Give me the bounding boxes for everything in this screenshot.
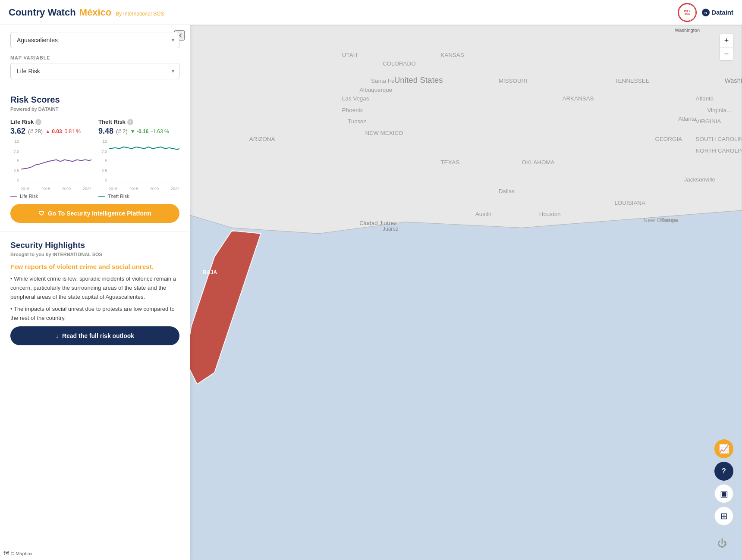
side-panel: ✕ Aguascalientes Baja California Chihuah…	[0, 25, 190, 560]
theft-risk-change: ▼ -0.16	[130, 128, 149, 135]
svg-text:Virginia...: Virginia...	[707, 107, 731, 113]
svg-text:Atlanta: Atlanta	[678, 116, 696, 122]
life-risk-rank: (# 28)	[28, 128, 43, 135]
theft-risk-legend: Theft Risk	[98, 194, 179, 199]
theft-risk-legend-dot	[98, 196, 105, 197]
theft-risk-title: Theft Risk ?	[98, 119, 179, 125]
svg-text:ARIZONA: ARIZONA	[249, 136, 275, 142]
life-risk-card: Life Risk ? 3.62 (# 28) ▲ 0.03 0.81 % 10…	[10, 119, 91, 199]
security-highlights-section: Security Highlights Brought to you by IN…	[0, 232, 190, 354]
zoom-in-button[interactable]: +	[720, 34, 733, 47]
security-btn-icon: 🛡	[38, 210, 44, 217]
svg-text:SOUTH CAROLINA: SOUTH CAROLINA	[696, 136, 742, 142]
grid-icon: ⊞	[720, 511, 728, 521]
app-title: Country Watch	[9, 7, 76, 18]
svg-text:D: D	[704, 11, 707, 15]
highlight-heading: Few reports of violent crime and social …	[10, 263, 179, 270]
life-risk-pct: 0.81 %	[65, 128, 81, 135]
brought-by-label: Brought to you by INTERNATIONAL SOS	[10, 252, 179, 257]
highlight-bullet-2: • The impacts of social unrest due to pr…	[10, 305, 179, 323]
dataint-logo: D Dataint	[702, 9, 733, 16]
intsos-logo: INT'LSOS	[678, 3, 697, 22]
help-icon: ?	[722, 467, 726, 475]
life-risk-chart-area	[21, 139, 91, 182]
theft-risk-value: 9.48	[98, 127, 113, 136]
washington-label: Washington	[675, 28, 700, 33]
life-risk-x-labels: 2016201820202022	[21, 187, 91, 191]
region-selector[interactable]: Aguascalientes Baja California Chihuahua…	[10, 32, 179, 48]
svg-text:Jacksonville: Jacksonville	[684, 176, 715, 183]
life-risk-y-labels: 107.552.50	[10, 139, 19, 182]
svg-text:KANSAS: KANSAS	[440, 52, 464, 58]
header-left: Country Watch México By International SO…	[9, 7, 164, 18]
trend-button[interactable]: 📈	[714, 439, 733, 458]
svg-text:Tampa: Tampa	[661, 217, 679, 223]
map-variable-selector[interactable]: Life Risk Theft Risk Health Risk	[10, 63, 179, 79]
mapbox-logo-icon: 🗺	[3, 550, 9, 557]
life-risk-chart: 107.552.50 2016201820202022	[10, 139, 91, 191]
life-risk-value: 3.62	[10, 127, 25, 136]
svg-text:Atlanta: Atlanta	[696, 95, 714, 102]
security-intelligence-button[interactable]: 🛡 Go To Security Intelligence Platform	[10, 204, 179, 223]
svg-text:Houston: Houston	[539, 211, 561, 217]
read-btn-icon: ↓	[56, 332, 59, 339]
svg-text:GEORGIA: GEORGIA	[655, 136, 682, 142]
life-risk-legend: Life Risk	[10, 194, 91, 199]
app-header: Country Watch México By International SO…	[0, 0, 742, 25]
svg-text:Ciudad Juárez: Ciudad Juárez	[359, 220, 397, 226]
region-selector-wrapper: Aguascalientes Baja California Chihuahua…	[10, 32, 179, 48]
zoom-out-button[interactable]: −	[720, 47, 733, 60]
svg-text:OKLAHOMA: OKLAHOMA	[522, 159, 554, 166]
svg-text:NEW MEXICO: NEW MEXICO	[365, 130, 403, 136]
header-logos: INT'LSOS D Dataint	[678, 3, 733, 22]
theft-risk-help-icon[interactable]: ?	[127, 119, 133, 125]
svg-text:MISSOURI: MISSOURI	[499, 78, 527, 84]
map-variable-label: MAP VARIABLE	[10, 55, 179, 60]
intsos-logo-text: INT'LSOS	[679, 4, 696, 21]
svg-text:TEXAS: TEXAS	[440, 159, 459, 166]
svg-text:Phoenix: Phoenix	[342, 107, 363, 113]
theft-risk-card: Theft Risk ? 9.48 (# 2) ▼ -0.16 -1.63 % …	[98, 119, 179, 199]
svg-text:NORTH CAROLINA: NORTH CAROLINA	[696, 147, 742, 154]
theft-risk-chart: 107.552.50 2016201820202022	[98, 139, 179, 191]
life-risk-title: Life Risk ?	[10, 119, 91, 125]
risk-scores-grid: Life Risk ? 3.62 (# 28) ▲ 0.03 0.81 % 10…	[10, 119, 179, 199]
power-button[interactable]: ⏻	[714, 536, 730, 551]
svg-text:Albuquerque: Albuquerque	[359, 87, 392, 93]
highlight-bullet-1: • While violent crime is low, sporadic i…	[10, 275, 179, 301]
map-variable-selector-wrapper: Life Risk Theft Risk Health Risk ▾	[10, 63, 179, 79]
svg-text:UTAH: UTAH	[342, 52, 358, 58]
svg-text:TENNESSEE: TENNESSEE	[614, 78, 649, 84]
mapbox-credit: 🗺 © Mapbox	[3, 550, 32, 557]
life-risk-change: ▲ 0.03	[45, 128, 62, 135]
grid-button[interactable]: ⊞	[714, 507, 733, 526]
svg-text:Santa Fe: Santa Fe	[371, 78, 394, 84]
header-subtitle: By International SOS	[116, 11, 164, 17]
svg-text:LOUISIANA: LOUISIANA	[614, 200, 645, 206]
powered-by-label: Powered by DATAINT	[10, 106, 179, 112]
svg-text:ARKANSAS: ARKANSAS	[562, 95, 594, 102]
svg-text:COLORADO: COLORADO	[383, 60, 416, 67]
read-outlook-button[interactable]: ↓ Read the full risk outlook	[10, 326, 179, 345]
dataint-icon: D	[702, 9, 710, 16]
power-icon: ⏻	[717, 538, 727, 549]
country-name: México	[79, 7, 112, 18]
svg-text:Tucson: Tucson	[348, 118, 367, 125]
svg-text:BAJA: BAJA	[203, 269, 217, 275]
security-highlights-title: Security Highlights	[10, 241, 179, 250]
theft-risk-y-labels: 107.552.50	[98, 139, 107, 182]
help-button[interactable]: ?	[714, 462, 733, 481]
life-risk-legend-dot	[10, 196, 17, 197]
life-risk-help-icon[interactable]: ?	[35, 119, 41, 125]
svg-text:United States: United States	[394, 75, 443, 84]
theft-risk-rank: (# 2)	[116, 128, 128, 135]
theft-risk-chart-area	[109, 139, 179, 182]
svg-text:Las Vegas: Las Vegas	[342, 95, 369, 102]
panel-toggle-button[interactable]: ▣	[714, 484, 733, 503]
map-zoom-controls: + −	[720, 34, 733, 61]
svg-text:VIRGINIA: VIRGINIA	[696, 118, 721, 125]
theft-risk-pct: -1.63 %	[151, 128, 169, 135]
right-icon-panel: 📈 ? ▣ ⊞	[714, 439, 733, 526]
panel-icon: ▣	[720, 488, 728, 499]
risk-scores-title: Risk Scores	[10, 95, 179, 105]
